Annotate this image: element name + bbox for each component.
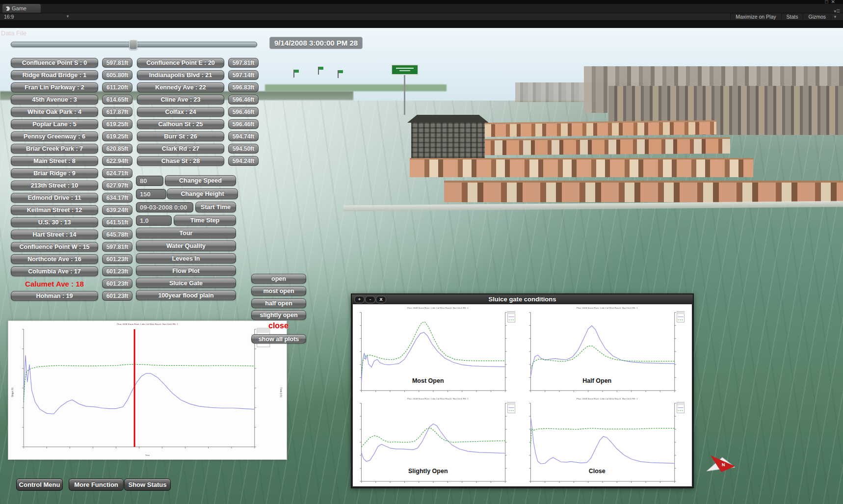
- station-button[interactable]: Confluence Point E : 20: [137, 58, 224, 68]
- control-menu-button[interactable]: Control Menu: [16, 478, 63, 491]
- highway-sign: [391, 64, 419, 75]
- speed-input[interactable]: 80: [136, 176, 163, 186]
- flood-plain-button[interactable]: 100year flood plain: [136, 290, 236, 300]
- sluice-window-titlebar[interactable]: + - X Sluice gate conditions: [352, 294, 693, 304]
- show-status-button[interactable]: Show Status: [124, 478, 171, 491]
- station-row: Confluence Point W : 15597.81ft: [11, 242, 138, 252]
- station-button[interactable]: Calumet Ave : 18: [11, 279, 98, 289]
- close-window-button[interactable]: X: [376, 296, 386, 303]
- maximize-on-play-button[interactable]: Maximize on Play: [730, 13, 781, 21]
- station-value: 605.80ft: [102, 70, 132, 80]
- time-step-input[interactable]: 1.0: [136, 215, 172, 226]
- subplot-most-open: Plan: 2008 Storm River: Little Cal West …: [354, 305, 522, 395]
- time-slider[interactable]: [11, 42, 257, 47]
- tour-button[interactable]: Tour: [136, 228, 236, 239]
- height-input[interactable]: 150: [136, 189, 166, 199]
- station-button[interactable]: Hart Street : 14: [11, 230, 98, 239]
- time-slider-handle[interactable]: [129, 40, 137, 50]
- zoom-in-button[interactable]: +: [354, 296, 365, 303]
- station-button[interactable]: Pennsy Greenway : 6: [11, 132, 98, 141]
- station-button[interactable]: Colfax : 24: [137, 107, 224, 117]
- station-value: 601.23ft: [102, 291, 132, 301]
- aspect-ratio-label: 16:9: [4, 14, 14, 20]
- flag: [293, 70, 294, 78]
- change-height-button[interactable]: Change Height: [167, 188, 238, 199]
- station-value: 597.81ft: [102, 58, 132, 68]
- tab-game[interactable]: Game: [2, 4, 41, 13]
- zoom-out-button[interactable]: -: [365, 296, 375, 303]
- station-button[interactable]: Northcote Ave : 16: [11, 254, 98, 264]
- station-row: Calumet Ave : 18601.23ft: [11, 279, 138, 289]
- station-value: 639.24ft: [102, 205, 132, 215]
- station-button[interactable]: Confluence Point S : 0: [11, 58, 98, 68]
- stats-button[interactable]: Stats: [781, 13, 803, 21]
- station-button[interactable]: Indianapolis Blvd : 21: [137, 70, 224, 80]
- subplot-half-open: Plan: 2008 Storm River: Little Cal West …: [523, 305, 691, 395]
- start-time-button[interactable]: Start Time: [195, 202, 236, 212]
- station-button[interactable]: 45th Avenue : 3: [11, 95, 98, 105]
- stage-axis-label: Stage (ft): [11, 388, 14, 398]
- station-button[interactable]: 213th Street : 10: [11, 181, 98, 190]
- gizmos-chevron-icon[interactable]: ▼: [831, 15, 839, 19]
- station-button[interactable]: Briar Creek Park : 7: [11, 144, 98, 154]
- station-button[interactable]: Confluence Point W : 15: [11, 242, 98, 252]
- station-button[interactable]: Ridge Road Bridge : 1: [11, 70, 98, 80]
- station-value: 596.46ft: [228, 107, 259, 117]
- gizmos-button[interactable]: Gizmos: [803, 13, 831, 21]
- subplot-label: Half Open: [523, 377, 672, 384]
- station-button[interactable]: Burr St : 26: [137, 132, 224, 141]
- far-shore: [265, 84, 447, 91]
- time-axis-label: Time: [71, 454, 224, 456]
- station-button[interactable]: Fran Lin Parkway : 2: [11, 82, 98, 92]
- station-button[interactable]: Briar Ridge : 9: [11, 168, 98, 178]
- water-quality-button[interactable]: Water Quality: [136, 240, 236, 251]
- station-row: 45th Avenue : 3614.65ft: [11, 95, 138, 105]
- station-row: Kennedy Ave : 22596.83ft: [137, 82, 264, 92]
- time-step-button[interactable]: Time Step: [174, 215, 236, 226]
- gate-open-button[interactable]: open: [251, 274, 306, 284]
- gate-most-open-button[interactable]: most open: [251, 286, 306, 296]
- tab-game-label: Game: [12, 5, 26, 11]
- subplot-slightly-open: Plan: 2008 Storm River: Little Cal West …: [354, 396, 522, 486]
- aspect-ratio-dropdown[interactable]: 16:9 ▼: [4, 14, 70, 20]
- station-row: Indianapolis Blvd : 21597.14ft: [137, 70, 264, 80]
- station-row: U.S. 30 : 13641.51ft: [11, 217, 138, 227]
- station-row: Colfax : 24596.46ft: [137, 107, 264, 117]
- station-button[interactable]: Keilman Street : 12: [11, 205, 98, 215]
- station-button[interactable]: Poplar Lane : 5: [11, 119, 98, 129]
- station-value: 645.78ft: [102, 230, 132, 239]
- station-row: White Oak Park : 4617.87ft: [11, 107, 138, 117]
- station-button[interactable]: Clark Rd : 27: [137, 144, 224, 154]
- station-button[interactable]: Hohman : 19: [11, 291, 98, 301]
- show-all-plots-button[interactable]: show all plots: [251, 334, 306, 344]
- gate-close-button[interactable]: close: [268, 321, 289, 330]
- station-button[interactable]: U.S. 30 : 13: [11, 217, 98, 227]
- station-button[interactable]: Cline Ave : 23: [137, 95, 224, 105]
- gate-slightly-open-button[interactable]: slightly open: [251, 310, 306, 320]
- station-button[interactable]: Columbia Ave : 17: [11, 266, 98, 276]
- gate-half-open-button[interactable]: half open: [251, 298, 306, 308]
- station-value: 641.51ft: [102, 217, 132, 227]
- more-function-button[interactable]: More Function: [69, 478, 124, 491]
- station-button[interactable]: Calhoun St : 25: [137, 119, 224, 129]
- station-row: Columbia Ave : 17601.23ft: [11, 266, 138, 276]
- start-time-input[interactable]: 09-03-2008 0:00: [136, 202, 193, 212]
- station-value: 617.87ft: [102, 107, 132, 117]
- station-value: 634.17ft: [102, 193, 132, 203]
- apartment-building: [411, 123, 485, 163]
- flow-plot-window: Plan: 2008 Storm River: Little Cal West …: [8, 320, 287, 460]
- station-row: Clark Rd : 27594.50ft: [137, 144, 264, 154]
- station-button[interactable]: Chase St : 28: [137, 156, 224, 166]
- station-value: 611.20ft: [102, 82, 132, 92]
- levees-in-button[interactable]: Levees In: [136, 253, 236, 264]
- flow-plot-button[interactable]: Flow Plot: [136, 265, 236, 276]
- station-value: 594.50ft: [228, 144, 259, 154]
- station-button[interactable]: Kennedy Ave : 22: [137, 82, 224, 92]
- station-button[interactable]: White Oak Park : 4: [11, 107, 98, 117]
- station-button[interactable]: Edmond Drive : 11: [11, 193, 98, 203]
- station-row: Main Street : 8622.94ft: [11, 156, 138, 166]
- toolbar-divider: [0, 20, 843, 28]
- sluice-gate-button[interactable]: Sluice Gate: [136, 278, 236, 288]
- station-button[interactable]: Main Street : 8: [11, 156, 98, 166]
- change-speed-button[interactable]: Change Speed: [165, 175, 236, 186]
